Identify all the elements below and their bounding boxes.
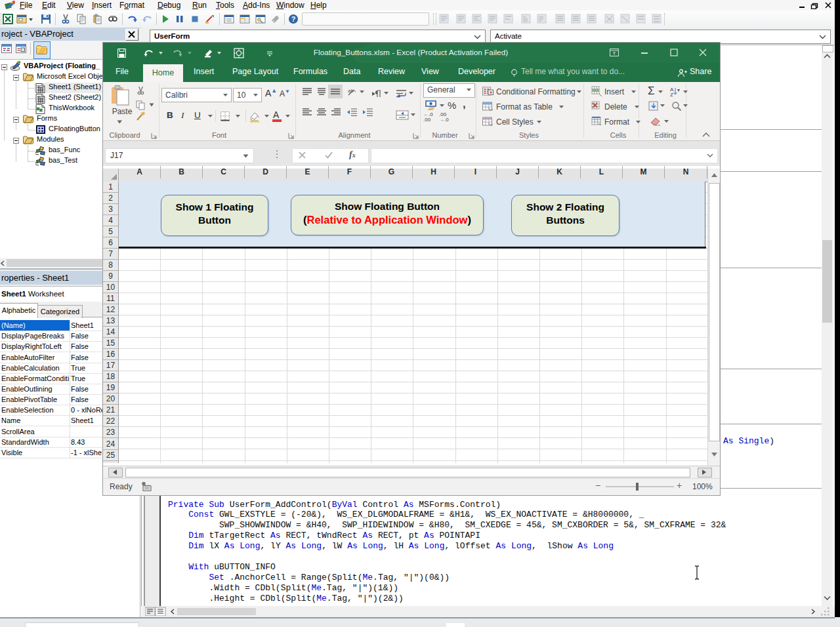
svg-text:ab: ab [348, 88, 354, 94]
svg-text:Z: Z [670, 92, 673, 97]
svg-text:?: ? [291, 15, 296, 23]
